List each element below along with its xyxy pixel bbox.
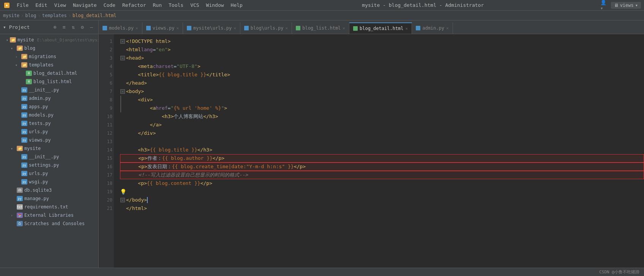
breadcrumb-blog[interactable]: blog (25, 13, 36, 18)
tree-item-apps[interactable]: py apps.py (0, 103, 98, 111)
tab-close-admin[interactable]: × (446, 26, 449, 31)
fold-1[interactable]: - (120, 39, 125, 44)
menu-tools[interactable]: Tools (166, 2, 186, 9)
tree-item-scratches[interactable]: 🗒 Scratches and Consoles (0, 219, 98, 228)
tree-item-mysite-inner[interactable]: ▾ 📁 mysite (0, 144, 98, 153)
tree-item-init-mysite[interactable]: py __init__.py (0, 153, 98, 161)
menu-right: 👤▾ 🖥 views ▾ (600, 2, 641, 9)
code-h3-close-14: </h3> (197, 146, 212, 154)
sidebar-list-btn[interactable]: ≡ (60, 24, 68, 31)
tab-mysite-urls[interactable]: mysite\urls.py × (183, 22, 240, 34)
menu-vcs[interactable]: VCS (187, 2, 202, 9)
tree-item-settings[interactable]: py settings.py (0, 161, 98, 169)
code-line-20: - </body> (120, 196, 644, 204)
menu-refactor[interactable]: Refactor (119, 2, 149, 9)
menu-view[interactable]: View (51, 2, 69, 9)
breadcrumb-mysite[interactable]: mysite (3, 13, 19, 18)
main-area: ▾ Project ⊕ ≡ ⇅ ⚙ – ▾ 📁 mysite E:\about_… (0, 21, 644, 268)
line-numbers: 1 2 3 4 5 6 7 8 9 10 11 12 13 14 15 16 1… (99, 34, 114, 268)
tree-item-wsgi[interactable]: py wsgi.py (0, 178, 98, 186)
tree-item-templates[interactable]: ▾ 📁 templates (0, 61, 98, 69)
tree-item-blog[interactable]: ▾ 📁 blog (0, 44, 98, 52)
menu-window[interactable]: Window (203, 2, 227, 9)
sidebar-hide-btn[interactable]: – (88, 24, 95, 31)
fold-3[interactable]: - (120, 56, 125, 60)
views-label: views (620, 3, 634, 8)
code-p-open-18: <p> (138, 179, 147, 188)
tree-path-mysite: E:\about_Django\test\mysite_env\mysite (37, 38, 98, 43)
menu-run[interactable]: Run (150, 2, 165, 9)
fold-7[interactable]: - (120, 89, 125, 94)
tab-close-mysite-urls[interactable]: × (234, 26, 236, 31)
tree-item-init-blog[interactable]: py __init__.py (0, 86, 98, 94)
code-line-3: - <head> (120, 54, 644, 62)
tab-close-blog-urls[interactable]: × (286, 26, 288, 31)
tab-blog-urls[interactable]: blog\urls.py × (240, 22, 292, 34)
tree-item-admin-blog[interactable]: py admin.py (0, 94, 98, 103)
code-url-template: {% url 'home' %} (174, 104, 221, 112)
tab-close-models[interactable]: × (136, 26, 138, 31)
code-h3-text: 个人博客网站 (174, 112, 203, 121)
tab-close-blog-list[interactable]: × (343, 26, 345, 31)
code-content[interactable]: - <!DOCTYPE html> <html lang="en"> - <he… (114, 34, 644, 268)
code-h3-open-10: <h3> (162, 112, 174, 121)
code-href-attr: href (156, 104, 167, 112)
fold-20[interactable]: - (120, 198, 125, 202)
tree-item-urls-blog[interactable]: py urls.py (0, 128, 98, 136)
tab-label-models: models.py (109, 25, 134, 31)
tree-item-migrations[interactable]: › 📁 migrations (0, 52, 98, 61)
tree-item-blog-detail[interactable]: H blog_detail.html (0, 69, 98, 77)
views-button[interactable]: 🖥 views ▾ (611, 2, 641, 9)
tab-blog-detail[interactable]: blog_detail.html × (349, 22, 412, 34)
tab-models[interactable]: models.py × (99, 22, 142, 34)
code-head-close: </head> (126, 79, 147, 87)
sidebar-sort-btn[interactable]: ⇅ (69, 24, 77, 31)
html-icon-blog-list: H (26, 79, 32, 84)
gutter-19: 💡 (120, 188, 126, 196)
tab-label-admin: admin.py (422, 25, 444, 31)
menu-edit[interactable]: Edit (32, 2, 50, 9)
tree-item-ext-libs[interactable]: › 📚 External Libraries (0, 211, 98, 219)
tree-label-init-mysite: __init__.py (29, 154, 59, 159)
code-comment-17: <!--写入过滤器设置自己想显示的时间的格式--> (138, 171, 248, 179)
code-editor[interactable]: 1 2 3 4 5 6 7 8 9 10 11 12 13 14 15 16 1… (99, 34, 644, 268)
bulb-icon[interactable]: 💡 (120, 188, 126, 196)
code-h3-template: {{ blog.title }} (150, 146, 197, 154)
status-bar: CSDN @小鲁不吃猪蹄 (0, 268, 644, 276)
gutter-3: - (120, 56, 126, 60)
sidebar-settings-btn[interactable]: ⚙ (79, 24, 86, 31)
breadcrumb-templates[interactable]: templates (42, 13, 67, 18)
code-line-16: <p>发表日期：{{ blog.create_time|date:"Y-m-d … (120, 162, 644, 171)
tree-item-models[interactable]: py models.py (0, 111, 98, 119)
menu-code[interactable]: Code (101, 2, 118, 9)
tree-item-mysite-root[interactable]: ▾ 📁 mysite E:\about_Django\test\mysite_e… (0, 36, 98, 44)
tab-close-blog-detail[interactable]: × (406, 26, 408, 31)
tree-item-requirements[interactable]: txt requirements.txt (0, 203, 98, 211)
py-icon-init-mysite: py (21, 154, 27, 159)
menu-help[interactable]: Help (228, 2, 246, 9)
code-line-18: <p>{{ blog.content }}</p> (120, 179, 644, 188)
menu-navigate[interactable]: Navigate (70, 2, 100, 9)
tab-icon-views (146, 26, 151, 30)
tab-close-views[interactable]: × (176, 26, 179, 31)
tree-item-tests[interactable]: py tests.py (0, 119, 98, 128)
py-icon-init-blog: py (21, 87, 27, 93)
tab-views[interactable]: views.py × (142, 22, 183, 34)
tree-item-views[interactable]: py views.py (0, 136, 98, 144)
sidebar-add-btn[interactable]: ⊕ (51, 24, 59, 31)
tree-item-blog-list[interactable]: H blog_list.html (0, 77, 98, 86)
tab-icon-models (103, 26, 107, 30)
html-icon-blog-detail: H (26, 71, 32, 76)
tab-admin[interactable]: admin.py × (412, 22, 453, 34)
tree-item-manage[interactable]: py manage.py (0, 194, 98, 203)
user-icon[interactable]: 👤▾ (600, 2, 608, 9)
code-lang-val: "en" (156, 46, 167, 54)
tab-blog-list[interactable]: blog_list.html × (292, 22, 349, 34)
code-line-21: </html> (120, 204, 644, 213)
tree-label-ext-libs: External Libraries (24, 213, 74, 218)
tree-item-db[interactable]: db db.sqlite3 (0, 186, 98, 194)
menu-file[interactable]: File (14, 2, 32, 9)
tree-item-urls-mysite[interactable]: py urls.py (0, 169, 98, 178)
tab-label-blog-urls: blog\urls.py (251, 25, 284, 31)
py-icon-wsgi: py (21, 179, 27, 185)
